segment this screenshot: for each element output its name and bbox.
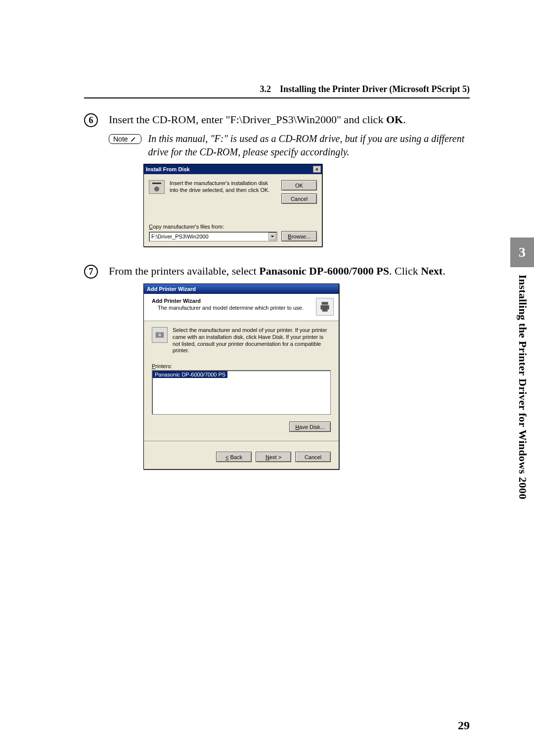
next-button[interactable]: Next xyxy=(256,452,291,462)
note-label: Note xyxy=(113,135,128,143)
step-6-text-after: . xyxy=(403,113,406,126)
section-number: 3.2 xyxy=(260,84,271,94)
list-item[interactable]: Panasonic DP-6000/7000 PS xyxy=(153,371,227,378)
back-label: Back xyxy=(225,454,242,460)
chevron-down-icon[interactable] xyxy=(268,233,276,240)
header-rule xyxy=(84,97,470,98)
close-icon[interactable]: × xyxy=(313,166,321,173)
note-badge: Note xyxy=(109,134,141,144)
browse-label: Browse... xyxy=(288,234,311,239)
dialog2-title: Add Printer Wizard xyxy=(147,286,196,292)
step-6-bold-ok: OK xyxy=(386,113,403,126)
step-6-text-before: Insert the CD-ROM, enter "F:\Driver_PS3\… xyxy=(109,113,386,126)
wizard-header-title: Add Printer Wizard xyxy=(152,298,304,304)
step-7-text-after: . xyxy=(443,265,445,277)
have-disk-label: Have Disk... xyxy=(295,424,324,430)
cancel-button[interactable]: Cancel xyxy=(295,452,331,462)
pencil-icon xyxy=(130,136,137,142)
separator xyxy=(144,441,339,442)
step-7-text: From the printers available, select Pana… xyxy=(109,264,445,279)
step-7-bold-next: Next xyxy=(421,265,443,277)
dialog2-titlebar: Add Printer Wizard xyxy=(144,284,339,294)
step-7-text-mid: . Click xyxy=(389,265,421,277)
printers-listbox[interactable]: Panasonic DP-6000/7000 PS xyxy=(152,370,331,415)
have-disk-button[interactable]: Have Disk... xyxy=(289,422,331,432)
dialog1-message: Insert the manufacturer's installation d… xyxy=(170,180,276,204)
printers-label: Printers: xyxy=(152,363,331,369)
section-title: Installing the Printer Driver (Microsoft… xyxy=(280,84,470,94)
ok-button[interactable]: OK xyxy=(281,180,317,190)
path-value: F:\Driver_PS3\Win2000 xyxy=(151,234,209,239)
svg-point-1 xyxy=(158,333,161,336)
step-7-text-before: From the printers available, select xyxy=(109,265,259,277)
wizard-header-sub: The manufacturer and model determine whi… xyxy=(152,305,304,311)
step-6-marker: 6 xyxy=(84,113,98,127)
next-label: Next xyxy=(266,454,281,460)
wizard-info-text: Select the manufacturer and model of you… xyxy=(173,327,331,354)
dialog1-title: Install From Disk xyxy=(146,166,190,172)
chapter-title-vertical: Installing the Printer Driver for Window… xyxy=(516,275,529,499)
step-7-bold-printer: Panasonic DP-6000/7000 PS xyxy=(259,265,389,277)
step-7-marker: 7 xyxy=(84,265,98,279)
step-6-text: Insert the CD-ROM, enter "F:\Driver_PS3\… xyxy=(109,112,406,127)
add-printer-wizard-dialog: Add Printer Wizard Add Printer Wizard Th… xyxy=(143,284,339,470)
dialog1-titlebar: Install From Disk × xyxy=(144,164,322,174)
printer-icon xyxy=(316,298,334,316)
copy-from-label: Copy manufacturer's files from: xyxy=(149,224,317,230)
install-from-disk-dialog: Install From Disk × Insert the manufactu… xyxy=(143,164,322,247)
chapter-tab: 3 xyxy=(510,237,534,267)
back-button[interactable]: Back xyxy=(216,452,252,462)
floppy-disk-icon xyxy=(149,180,165,194)
note-text: In this manual, "F:" is used as a CD-ROM… xyxy=(148,132,470,159)
printer-disk-icon xyxy=(152,327,168,343)
path-combobox[interactable]: F:\Driver_PS3\Win2000 xyxy=(149,232,277,241)
cancel-button[interactable]: Cancel xyxy=(281,193,317,204)
browse-button[interactable]: Browse... xyxy=(281,231,317,241)
page-number: 29 xyxy=(458,719,470,732)
